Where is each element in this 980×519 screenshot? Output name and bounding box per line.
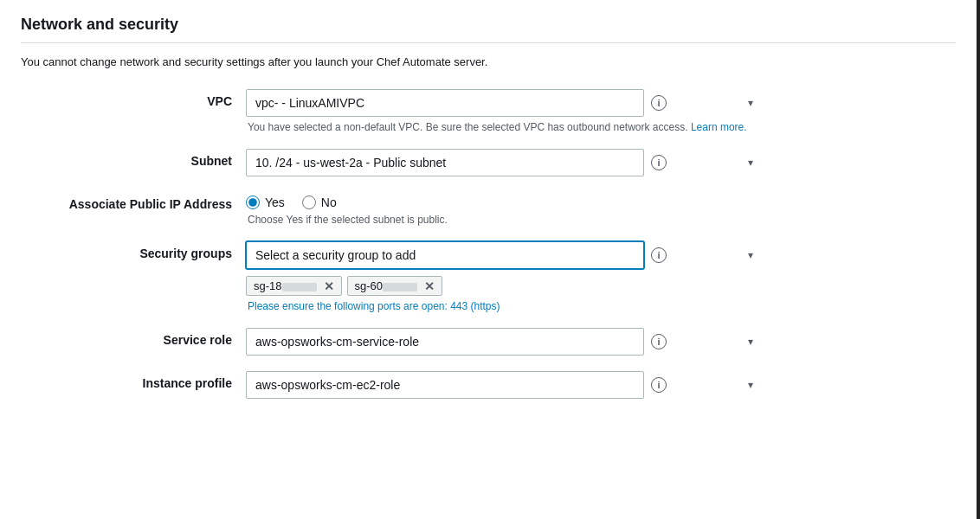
service-role-info-icon[interactable]: i	[651, 334, 667, 349]
public-ip-no-label: No	[321, 195, 337, 209]
security-groups-info-icon[interactable]: i	[651, 247, 667, 263]
subnet-select-wrapper: 10. /24 - us-west-2a - Public subnet ▾ i	[246, 149, 783, 176]
instance-profile-info-icon[interactable]: i	[651, 377, 667, 393]
sg-tag-sg60: sg-60 ✕	[347, 276, 443, 296]
warning-text: You cannot change network and security s…	[21, 55, 956, 68]
public-ip-radio-group: Yes No	[246, 192, 783, 209]
public-ip-help-text: Choose Yes if the selected subnet is pub…	[246, 214, 783, 226]
instance-profile-control: aws-opsworks-cm-ec2-role ▾ i	[246, 371, 783, 399]
page-title: Network and security	[21, 16, 956, 34]
service-role-control: aws-opsworks-cm-service-role ▾ i	[246, 328, 783, 356]
sg18-redacted	[282, 283, 317, 292]
service-role-chevron-icon: ▾	[748, 336, 753, 348]
vpc-select-wrapper: vpc- - LinuxAMIVPC ▾ i	[246, 89, 783, 117]
subnet-select[interactable]: 10. /24 - us-west-2a - Public subnet	[246, 149, 644, 176]
service-role-select-wrapper: aws-opsworks-cm-service-role ▾ i	[246, 328, 783, 356]
security-groups-ports-text: Please ensure the following ports are op…	[248, 300, 500, 312]
subnet-chevron-icon: ▾	[748, 157, 753, 169]
public-ip-no-radio[interactable]	[302, 195, 316, 209]
security-groups-select-wrapper: Select a security group to add ▾ i	[246, 241, 783, 269]
instance-profile-chevron-icon: ▾	[748, 379, 753, 391]
vpc-label: VPC	[21, 89, 246, 108]
instance-profile-select-wrapper: aws-opsworks-cm-ec2-role ▾ i	[246, 371, 783, 399]
vpc-row: VPC vpc- - LinuxAMIVPC ▾ i You have sele…	[21, 89, 956, 133]
network-security-form: VPC vpc- - LinuxAMIVPC ▾ i You have sele…	[21, 89, 956, 399]
sg-tag-sg60-label: sg-60	[355, 279, 418, 292]
instance-profile-select[interactable]: aws-opsworks-cm-ec2-role	[246, 371, 644, 399]
service-role-label: Service role	[21, 328, 246, 347]
public-ip-row: Associate Public IP Address Yes No Choos…	[21, 192, 956, 226]
subnet-info-icon[interactable]: i	[651, 155, 667, 170]
subnet-control: 10. /24 - us-west-2a - Public subnet ▾ i	[246, 149, 783, 176]
sg60-redacted	[383, 283, 417, 292]
sg-tag-sg60-close[interactable]: ✕	[424, 280, 435, 292]
vpc-select[interactable]: vpc- - LinuxAMIVPC	[246, 89, 644, 117]
vpc-control: vpc- - LinuxAMIVPC ▾ i You have selected…	[246, 89, 783, 133]
sg-tag-sg18-label: sg-18	[254, 279, 317, 292]
service-role-select[interactable]: aws-opsworks-cm-service-role	[246, 328, 644, 356]
security-groups-chevron-icon: ▾	[748, 249, 753, 261]
vpc-info-icon[interactable]: i	[651, 95, 667, 111]
security-groups-label: Security groups	[21, 241, 246, 260]
security-groups-help-text: Please ensure the following ports are op…	[246, 300, 783, 312]
vpc-chevron-icon: ▾	[748, 97, 753, 109]
security-groups-row: Security groups Select a security group …	[21, 241, 956, 312]
public-ip-no-option[interactable]: No	[302, 195, 337, 209]
security-groups-control: Select a security group to add ▾ i sg-18…	[246, 241, 783, 312]
security-groups-tag-list: sg-18 ✕ sg-60 ✕	[246, 276, 783, 296]
vpc-learn-more-link[interactable]: Learn more.	[691, 121, 747, 133]
public-ip-yes-radio[interactable]	[246, 195, 260, 209]
instance-profile-label: Instance profile	[21, 371, 246, 390]
service-role-row: Service role aws-opsworks-cm-service-rol…	[21, 328, 956, 356]
public-ip-yes-label: Yes	[265, 195, 285, 209]
subnet-row: Subnet 10. /24 - us-west-2a - Public sub…	[21, 149, 956, 176]
subnet-label: Subnet	[21, 149, 246, 168]
vpc-help-text: You have selected a non-default VPC. Be …	[246, 121, 783, 133]
security-groups-select[interactable]: Select a security group to add	[246, 241, 644, 269]
section-divider	[21, 42, 956, 43]
instance-profile-row: Instance profile aws-opsworks-cm-ec2-rol…	[21, 371, 956, 399]
public-ip-label: Associate Public IP Address	[21, 192, 246, 211]
public-ip-control: Yes No Choose Yes if the selected subnet…	[246, 192, 783, 226]
public-ip-yes-option[interactable]: Yes	[246, 195, 285, 209]
sg-tag-sg18-close[interactable]: ✕	[324, 280, 334, 292]
sg-tag-sg18: sg-18 ✕	[246, 276, 342, 296]
